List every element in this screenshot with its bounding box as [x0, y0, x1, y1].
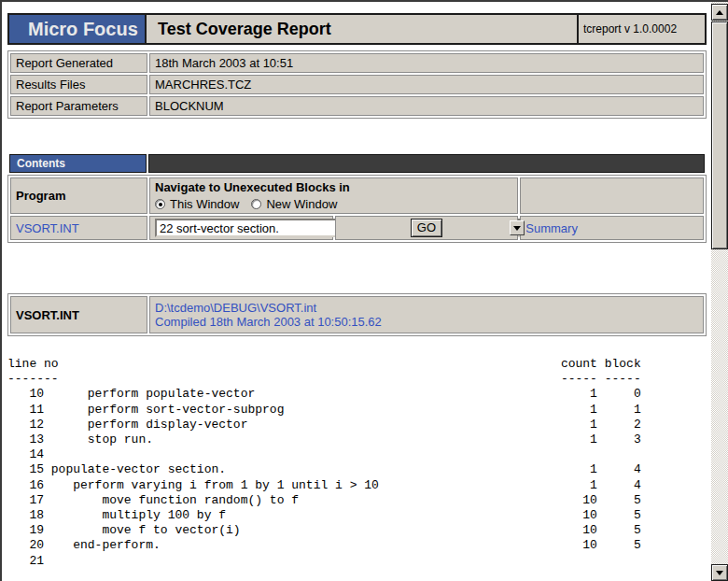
table-row: VSORT.INT D:\tcdemo\DEBUG\VSORT.int Comp… — [10, 296, 704, 333]
info-value: 18th March 2003 at 10:51 — [149, 53, 704, 73]
info-label: Results Files — [10, 75, 147, 94]
triangle-glyph — [513, 226, 521, 231]
source-path-link[interactable]: D:\tcdemo\DEBUG\VSORT.int — [155, 301, 316, 315]
table-row: Report Parameters BLOCKNUM — [10, 96, 704, 116]
triangle-glyph — [716, 571, 723, 575]
program-link[interactable]: VSORT.INT — [16, 221, 79, 235]
info-value: BLOCKNUM — [149, 96, 704, 116]
version-label: tcreport v 1.0.0002 — [578, 14, 706, 44]
report-page: Micro Focus Test Coverage Report tcrepor… — [0, 0, 728, 581]
program-details-cell: D:\tcdemo\DEBUG\VSORT.int Compiled 18th … — [149, 296, 704, 333]
report-header: Micro Focus Test Coverage Report tcrepor… — [7, 13, 707, 45]
this-window-label: This Window — [170, 197, 239, 211]
radio-dot — [159, 203, 162, 206]
block-select-value: 22 sort-vector section. — [160, 221, 279, 235]
program-name: VSORT.INT — [10, 296, 147, 333]
block-select-cell: 22 sort-vector section. — [149, 216, 333, 240]
contents-bar: Contents — [7, 152, 707, 175]
vertical-scrollbar[interactable] — [711, 2, 728, 581]
report-content: Micro Focus Test Coverage Report tcrepor… — [2, 2, 711, 581]
table-row: Program Navigate to Unexecuted Blocks in… — [10, 177, 704, 214]
program-cell: VSORT.INT — [10, 216, 147, 240]
table-row: Report Generated 18th March 2003 at 10:5… — [10, 53, 704, 73]
code-listing: line no count block ------- ----- ----- … — [7, 357, 711, 569]
program-header-table: VSORT.INT D:\tcdemo\DEBUG\VSORT.int Comp… — [7, 293, 707, 336]
navigation-table: Program Navigate to Unexecuted Blocks in… — [7, 175, 707, 243]
brand-logo: Micro Focus — [8, 14, 146, 44]
scroll-down-icon[interactable] — [711, 564, 728, 581]
summary-link[interactable]: Summary — [525, 221, 578, 235]
go-cell: GO — [335, 216, 519, 240]
go-button[interactable]: GO — [411, 219, 442, 237]
table-row: Results Files MARCHRES.TCZ — [10, 75, 704, 94]
triangle-glyph — [716, 10, 723, 15]
navigate-cell: Navigate to Unexecuted Blocks in This Wi… — [149, 177, 518, 214]
report-info-table: Report Generated 18th March 2003 at 10:5… — [7, 50, 707, 119]
table-row: VSORT.INT 22 sort-vector section. GO Sum… — [10, 216, 704, 240]
info-label: Report Generated — [10, 53, 147, 73]
page-title: Test Coverage Report — [146, 14, 578, 44]
scroll-up-icon[interactable] — [711, 4, 728, 21]
navigate-spacer-cell — [520, 177, 704, 214]
navigate-label: Navigate to Unexecuted Blocks in — [155, 180, 512, 194]
new-window-label: New Window — [266, 197, 337, 211]
contents-bar-fill — [148, 154, 705, 173]
info-label: Report Parameters — [10, 96, 147, 116]
info-value: MARCHRES.TCZ — [149, 75, 704, 94]
new-window-radio[interactable] — [251, 199, 261, 209]
summary-cell: Summary — [520, 216, 704, 240]
contents-title: Contents — [9, 154, 147, 173]
scrollbar-thumb[interactable] — [711, 21, 728, 249]
this-window-radio[interactable] — [155, 199, 165, 209]
program-column-header: Program — [10, 177, 147, 214]
window-choice-group: This Window New Window — [155, 197, 512, 211]
compiled-timestamp: Compiled 18th March 2003 at 10:50:15.62 — [155, 315, 698, 329]
chevron-down-icon[interactable] — [510, 220, 525, 235]
